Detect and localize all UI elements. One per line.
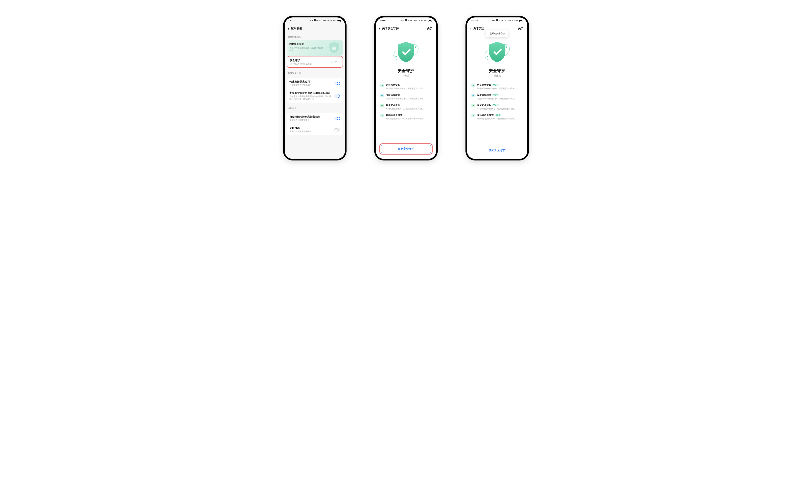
titlebar: ‹ 关于安全守护 关于: [376, 24, 436, 33]
page-title: 应用安装: [291, 27, 302, 30]
bolt-icon: [380, 114, 384, 117]
phone-2: 21:22:37 ⌘ ⋇ ⏍ 6.10 KB/s ııll 5G HD ıll …: [374, 16, 438, 160]
shield-status: 已开启: [494, 74, 501, 77]
page-title: 关于安全守护: [382, 27, 399, 30]
recommend-toggle[interactable]: [334, 128, 340, 132]
feature-list: 防范恶意安装 关键环节身份验证校验，屏蔽恶意自动安装 深度风险检测 聚合多家专业…: [376, 78, 436, 123]
phone-3: 21:22:39 ⌘ ⋇ ⏍ 3.20 KB/s ııll 5G HD ıll …: [466, 16, 529, 160]
status-time: 21:22:39: [472, 20, 478, 22]
disable-guard-button[interactable]: 关闭安全守护: [471, 146, 524, 155]
shield-small-icon: [380, 104, 384, 107]
camera-cutout: [496, 19, 498, 21]
about-link[interactable]: 关于: [426, 26, 434, 31]
lock-shield-icon: [327, 41, 341, 54]
guard-sub: 保障第三方应用下载安全。: [290, 63, 328, 65]
lock-icon: [380, 84, 384, 87]
phone-1: 21:22:35 ⌘ ⋇ ⏍ 6.10 KB/s ııll 5G HD ıll …: [283, 16, 346, 160]
feature-sandbox: 高风险沙盒模式 高风险沙盒模式打开，为您的安全保驾护航: [380, 112, 432, 122]
recommend-row[interactable]: 应用推荐 应用安装后推荐相关内容。: [287, 124, 343, 135]
enabled-toast: 已开启安全守护: [486, 30, 509, 37]
svg-line-8: [382, 96, 382, 96]
titlebar: ‹ 应用安装: [285, 24, 345, 33]
security-guard-row[interactable]: 安全守护 保障第三方应用下载安全。 待开启 ›: [287, 56, 342, 68]
svg-line-15: [474, 96, 474, 96]
back-button[interactable]: ‹: [378, 26, 381, 31]
lock-icon: [472, 84, 475, 87]
magnifier-icon: [380, 94, 384, 97]
shield-heading: 安全守护: [489, 68, 506, 73]
guard-status: 待开启: [330, 60, 337, 63]
block-malicious-toggle[interactable]: [334, 82, 340, 85]
security-guard-row-highlight: 安全守护 保障第三方应用下载安全。 待开启 ›: [287, 56, 343, 68]
feature-deep-scan: 深度风险检测守护中 聚合多家专业检测引擎，精确识别潜在风险: [472, 92, 523, 102]
status-time: 21:22:37: [380, 20, 387, 22]
mode-card[interactable]: 防范恶意安装 关键环节身份验证校验，屏蔽恶意自动安装: [287, 40, 343, 56]
feature-sandbox: 高风险沙盒模式守护中 高风险沙盒模式打开，为您的安全保驾护航: [472, 112, 523, 122]
guard-title: 安全守护: [290, 59, 328, 62]
identity-verify-row[interactable]: 安装非官方应用商店应用需身份验证 安装非官方应用商店应用进行身份验证，防止可能存…: [287, 89, 343, 103]
enable-guard-button[interactable]: 开启安全守护: [381, 145, 431, 153]
guarding-tag: 守护中: [492, 84, 499, 86]
camera-cutout: [405, 19, 407, 21]
chevron-right-icon: ›: [339, 61, 340, 63]
shield-small-icon: [472, 104, 475, 107]
camera-cutout: [314, 19, 316, 21]
guarding-tag: 守护中: [492, 94, 499, 96]
section-general-label: 通用设置: [287, 106, 343, 111]
battery-icon: [520, 20, 523, 22]
bolt-icon: [472, 114, 475, 117]
feature-prevent-malicious: 防范恶意安装 关键环节身份验证校验，屏蔽恶意自动安装: [380, 82, 432, 92]
back-button[interactable]: ‹: [287, 26, 290, 31]
about-link[interactable]: 关于: [517, 26, 525, 31]
enable-button-highlight: 开启安全守护: [379, 143, 433, 155]
status-time: 21:22:35: [289, 20, 296, 22]
feature-enhanced-flow: 强化安全流程守护中 不同风险提示差异化，减少误触安装可能性: [472, 102, 523, 112]
svg-point-4: [415, 46, 416, 48]
svg-rect-0: [332, 47, 336, 50]
guarding-tag: 守护中: [492, 104, 499, 106]
shield-check-icon: [391, 37, 421, 67]
identity-verify-toggle[interactable]: [334, 94, 340, 98]
section-mode-label: 安全升级模式: [287, 34, 343, 40]
feature-enhanced-flow: 强化安全流程 不同风险提示差异化，减少误触安装可能性: [380, 102, 432, 112]
section-base-label: 基础安全设置: [287, 71, 343, 76]
shield-check-icon: [482, 37, 512, 67]
block-malicious-row[interactable]: 禁止安装恶意应用 应用安装前进行安全检测。: [287, 78, 343, 89]
shield-status: 待开启: [402, 74, 410, 77]
page-title: 关于安全: [474, 27, 485, 30]
feature-prevent-malicious: 防范恶意安装守护中 关键环节身份验证校验，屏蔽恶意自动安装: [472, 82, 523, 92]
shield-heading: 安全守护: [398, 68, 414, 73]
svg-point-11: [506, 46, 508, 48]
battery-icon: [337, 20, 340, 22]
feature-list: 防范恶意安装守护中 关键环节身份验证校验，屏蔽恶意自动安装 深度风险检测守护中 …: [467, 78, 527, 123]
guarding-tag: 守护中: [495, 114, 501, 116]
magnifier-icon: [472, 94, 475, 97]
back-button[interactable]: ‹: [470, 26, 472, 31]
svg-point-3: [395, 56, 397, 57]
autoclean-row[interactable]: 自动清除安装包和卸载残留 安装完成后删除安装包。: [287, 113, 343, 124]
battery-icon: [428, 20, 432, 22]
card-sub: 关键环节身份验证校验，屏蔽恶意自动安装: [289, 47, 325, 52]
autoclean-toggle[interactable]: [334, 117, 340, 120]
feature-deep-scan: 深度风险检测 聚合多家专业检测引擎，精确识别潜在风险: [380, 92, 432, 102]
svg-point-10: [487, 56, 488, 57]
